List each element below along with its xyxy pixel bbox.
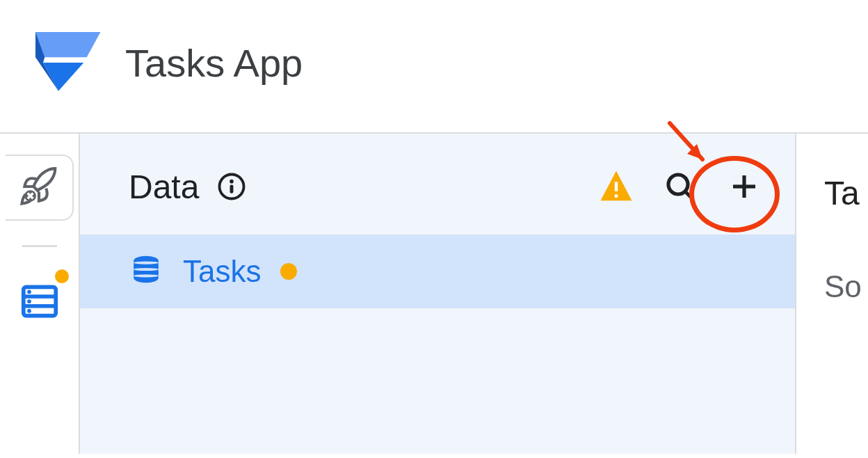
- left-nav-rail: [0, 134, 80, 454]
- plus-icon: [728, 170, 761, 203]
- svg-point-23: [134, 274, 158, 277]
- add-data-button[interactable]: [725, 167, 764, 206]
- right-panel-sub-fragment: So: [824, 269, 868, 304]
- panel-title: Data: [129, 168, 199, 206]
- data-panel-header: Data: [80, 134, 795, 234]
- notification-dot: [55, 269, 69, 283]
- panel-header-actions: [597, 167, 764, 206]
- status-dot: [280, 263, 297, 280]
- svg-rect-9: [230, 184, 234, 193]
- svg-marker-17: [687, 144, 702, 159]
- svg-point-4: [27, 290, 31, 294]
- database-stack-icon: [129, 253, 163, 290]
- svg-point-12: [668, 175, 688, 194]
- app-title: Tasks App: [125, 40, 303, 86]
- content-area: Data: [0, 132, 868, 454]
- database-icon: [18, 280, 61, 326]
- data-source-label: Tasks: [183, 254, 261, 289]
- data-source-item-tasks[interactable]: Tasks: [80, 234, 795, 309]
- svg-point-5: [27, 299, 31, 303]
- search-button[interactable]: [661, 167, 700, 206]
- svg-point-21: [134, 262, 158, 264]
- svg-point-6: [27, 309, 31, 313]
- rail-divider: [22, 245, 57, 247]
- right-panel-title-fragment: Ta: [824, 174, 868, 212]
- info-button[interactable]: [217, 172, 246, 201]
- svg-rect-10: [615, 182, 618, 191]
- app-header: Tasks App: [0, 0, 868, 132]
- search-icon: [664, 170, 697, 203]
- info-icon: [217, 172, 246, 201]
- svg-point-22: [134, 268, 158, 271]
- svg-line-13: [685, 191, 693, 199]
- warning-indicator[interactable]: [597, 167, 636, 206]
- warning-triangle-icon: [597, 168, 635, 205]
- right-panel: Ta So: [796, 134, 868, 454]
- deploy-button[interactable]: [6, 155, 74, 221]
- nav-data-button[interactable]: [12, 275, 67, 331]
- appsheet-logo-icon: [28, 28, 104, 97]
- rocket-icon: [17, 165, 61, 211]
- data-panel: Data: [80, 134, 796, 454]
- svg-rect-11: [615, 194, 618, 198]
- svg-point-8: [230, 180, 234, 184]
